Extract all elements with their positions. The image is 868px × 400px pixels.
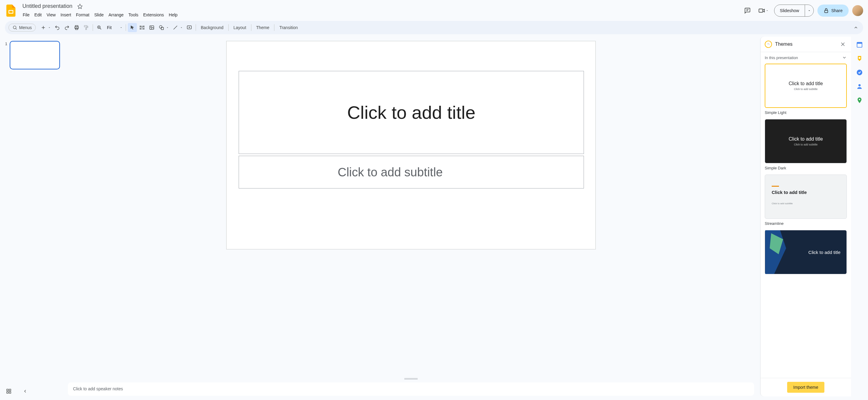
toolbar-separator [93, 24, 93, 31]
line-dropdown[interactable] [180, 26, 184, 29]
canvas-viewport[interactable]: Click to add title Click to add subtitle [64, 37, 758, 376]
theme-preview: Click to add title Click to add subtitle [765, 175, 847, 219]
svg-point-20 [140, 26, 141, 26]
subtitle-textbox[interactable]: Click to add subtitle [239, 156, 584, 189]
keep-icon [856, 55, 863, 62]
slideshow-button[interactable]: Slideshow [774, 5, 805, 17]
line-tool-button[interactable] [171, 23, 180, 32]
search-menus-button[interactable]: Menus [8, 24, 36, 31]
theme-name: Simple Dark [765, 166, 847, 170]
star-icon[interactable] [77, 4, 83, 9]
theme-name: Streamline [765, 221, 847, 226]
textbox-tool-button[interactable] [137, 23, 147, 32]
rail-tasks-button[interactable] [856, 69, 863, 76]
textbox-icon [139, 25, 145, 30]
rail-calendar-button[interactable] [856, 41, 863, 48]
select-tool-button[interactable] [128, 23, 137, 32]
import-theme-button[interactable]: Import theme [787, 382, 824, 393]
shape-tool-button[interactable] [157, 23, 166, 32]
share-button[interactable]: Share [817, 4, 848, 17]
toolbar-separator [196, 24, 196, 31]
paint-format-button[interactable] [82, 23, 91, 32]
slides-logo-icon [6, 4, 16, 17]
theme-item-focus[interactable]: Click to add title [765, 230, 847, 274]
menu-view[interactable]: View [44, 11, 58, 19]
menu-insert[interactable]: Insert [58, 11, 73, 19]
filmstrip: 1 [0, 37, 64, 400]
bottom-left-controls [4, 387, 30, 396]
theme-name: Simple Light [765, 110, 847, 115]
caret-down-icon [807, 9, 811, 12]
menu-tools[interactable]: Tools [126, 11, 141, 19]
app-logo[interactable] [5, 4, 17, 17]
account-avatar[interactable] [852, 5, 863, 16]
calendar-icon [856, 41, 863, 48]
themes-in-presentation-toggle[interactable]: In this presentation [761, 52, 851, 63]
svg-point-36 [769, 44, 769, 45]
menu-help[interactable]: Help [166, 11, 180, 19]
cursor-icon [130, 25, 135, 30]
slideshow-button-group: Slideshow [774, 4, 814, 17]
search-menus-label: Menus [19, 25, 32, 30]
theme-item-streamline[interactable]: Click to add title Click to add subtitle… [765, 175, 847, 226]
caret-down-icon [48, 26, 51, 29]
slide-canvas[interactable]: Click to add title Click to add subtitle [226, 41, 596, 249]
rail-contacts-button[interactable] [856, 83, 863, 90]
menu-arrange[interactable]: Arrange [106, 11, 126, 19]
theme-item-simple-light[interactable]: Click to add title Click to add subtitle… [765, 64, 847, 115]
document-title[interactable]: Untitled presentation [21, 2, 74, 10]
comment-tool-button[interactable] [185, 23, 194, 32]
zoom-button[interactable] [95, 23, 104, 32]
svg-rect-49 [7, 392, 8, 393]
toolbar: Menus Fit [5, 21, 863, 34]
maps-icon [856, 97, 863, 104]
rail-keep-button[interactable] [856, 55, 863, 62]
undo-icon [55, 25, 60, 30]
caret-down-icon [766, 9, 769, 12]
background-button[interactable]: Background [198, 23, 226, 32]
speaker-notes-input[interactable]: Click to add speaker notes [68, 382, 754, 396]
close-icon [840, 41, 845, 47]
themes-list[interactable]: Click to add title Click to add subtitle… [761, 63, 851, 378]
svg-line-7 [16, 28, 17, 29]
print-button[interactable] [72, 23, 81, 32]
comment-history-button[interactable] [742, 5, 753, 16]
theme-item-simple-dark[interactable]: Click to add title Click to add subtitle… [765, 119, 847, 170]
title-textbox[interactable]: Click to add title [239, 71, 584, 154]
svg-rect-47 [7, 389, 8, 391]
shape-dropdown[interactable] [166, 26, 170, 29]
layout-button[interactable]: Layout [230, 23, 249, 32]
rail-maps-button[interactable] [856, 97, 863, 104]
menu-extensions[interactable]: Extensions [141, 11, 166, 19]
video-call-button[interactable] [756, 5, 771, 16]
svg-point-45 [858, 84, 861, 86]
svg-rect-14 [86, 28, 87, 30]
menu-format[interactable]: Format [74, 11, 91, 19]
theme-button[interactable]: Theme [253, 23, 273, 32]
theme-preview: Click to add title Click to add subtitle [765, 119, 847, 163]
theme-decorative-shape [765, 230, 789, 274]
theme-preview: Click to add title Click to add subtitle [765, 64, 847, 108]
toolbar-separator [274, 24, 274, 31]
slideshow-dropdown[interactable] [805, 5, 813, 17]
collapse-toolbar-button[interactable] [852, 24, 860, 31]
plus-icon [40, 25, 46, 30]
menu-file[interactable]: File [21, 11, 32, 19]
prev-slide-button[interactable] [21, 387, 30, 396]
redo-button[interactable] [62, 23, 71, 32]
grid-view-button[interactable] [4, 387, 13, 396]
image-tool-button[interactable] [147, 23, 156, 32]
transition-button[interactable]: Transition [276, 23, 301, 32]
zoom-select[interactable]: Fit [104, 25, 124, 31]
undo-button[interactable] [53, 23, 62, 32]
menu-slide[interactable]: Slide [92, 11, 106, 19]
toolbar-separator [228, 24, 229, 31]
new-slide-button[interactable] [39, 23, 48, 32]
slide-thumbnail[interactable] [10, 41, 60, 69]
video-icon [758, 7, 765, 14]
themes-panel-close-button[interactable] [839, 40, 847, 48]
menu-edit[interactable]: Edit [32, 11, 44, 19]
new-slide-dropdown[interactable] [48, 26, 52, 29]
theme-preview-title: Click to add title [789, 81, 823, 86]
speaker-notes-resize-handle[interactable] [64, 376, 758, 381]
